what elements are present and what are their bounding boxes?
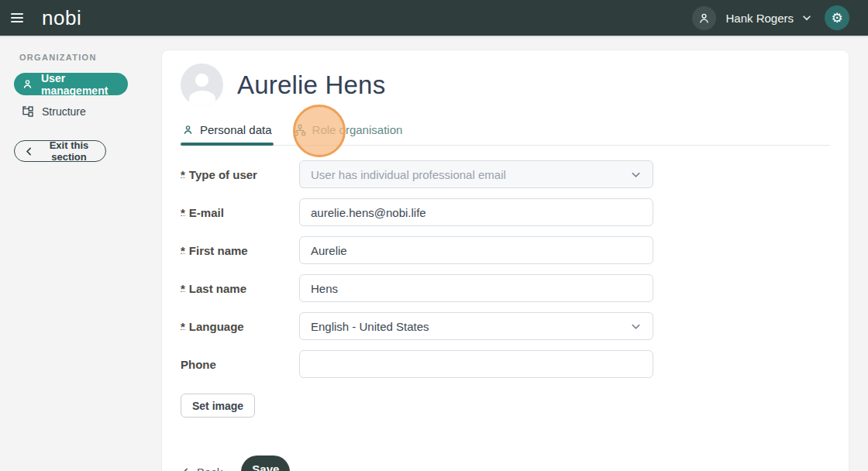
person-icon xyxy=(22,78,33,90)
org-chart-icon xyxy=(294,124,306,136)
form-row: *Type of user User has individual profes… xyxy=(181,160,830,188)
form-row: *E-mail xyxy=(181,198,830,226)
field-label: *First name xyxy=(181,244,299,257)
first-name-field[interactable] xyxy=(299,236,653,264)
gear-icon: ⚙ xyxy=(831,12,842,25)
back-button[interactable]: Back xyxy=(181,466,222,471)
tab-label: Role organisation xyxy=(312,123,403,136)
tab-personal-data[interactable]: Personal data xyxy=(181,119,274,145)
person-icon xyxy=(182,124,194,136)
chevron-left-icon xyxy=(181,467,191,471)
hamburger-menu-icon[interactable] xyxy=(11,13,26,22)
app-logo: nobi xyxy=(42,6,81,30)
set-image-button[interactable]: Set image xyxy=(181,394,255,418)
chevron-down-icon xyxy=(630,321,642,332)
form-row: *First name xyxy=(181,236,830,264)
tab-bar: Personal data Role organisation xyxy=(181,119,830,146)
form-row: *Last name xyxy=(181,274,830,302)
user-avatar[interactable] xyxy=(692,6,716,30)
sidebar-item-label: User management xyxy=(41,72,115,97)
chevron-left-icon xyxy=(24,146,34,156)
tab-role-organisation[interactable]: Role organisation xyxy=(292,119,405,145)
sidebar-item-user-management[interactable]: User management xyxy=(14,73,128,95)
current-user-name[interactable]: Hank Rogers xyxy=(725,12,794,25)
sidebar-item-structure[interactable]: Structure xyxy=(14,100,147,123)
field-label: Phone xyxy=(181,358,299,371)
structure-icon xyxy=(22,105,34,118)
page-title: Aurelie Hens xyxy=(237,70,385,100)
user-detail-card: Aurelie Hens Personal data xyxy=(161,50,849,471)
person-icon xyxy=(698,12,711,25)
top-navbar: nobi Hank Rogers ⚙ xyxy=(0,0,868,36)
form-footer: Back Save xyxy=(181,456,830,471)
field-label: *Type of user xyxy=(181,168,299,181)
settings-button[interactable]: ⚙ xyxy=(825,5,849,30)
field-label: *Language xyxy=(181,320,299,333)
type-of-user-select[interactable]: User has individual professional email xyxy=(299,160,653,188)
field-label: *E-mail xyxy=(181,206,299,219)
chevron-down-icon xyxy=(630,169,642,180)
personal-data-form: *Type of user User has individual profes… xyxy=(181,160,830,471)
sidebar: ORGANIZATION User management Structure xyxy=(0,36,161,471)
email-field[interactable] xyxy=(299,198,653,226)
form-row: Phone xyxy=(181,350,830,378)
field-label: *Last name xyxy=(181,282,299,295)
sidebar-section-label: ORGANIZATION xyxy=(19,53,147,62)
sidebar-item-label: Structure xyxy=(42,105,86,118)
tab-label: Personal data xyxy=(200,123,272,136)
chevron-down-icon[interactable] xyxy=(801,12,812,23)
form-row: *Language English - United States xyxy=(181,312,830,340)
phone-field[interactable] xyxy=(299,350,653,378)
save-button[interactable]: Save xyxy=(241,456,290,471)
language-select[interactable]: English - United States xyxy=(299,312,653,340)
exit-section-button[interactable]: Exit this section xyxy=(14,140,106,162)
profile-avatar xyxy=(181,64,223,106)
last-name-field[interactable] xyxy=(299,274,653,302)
